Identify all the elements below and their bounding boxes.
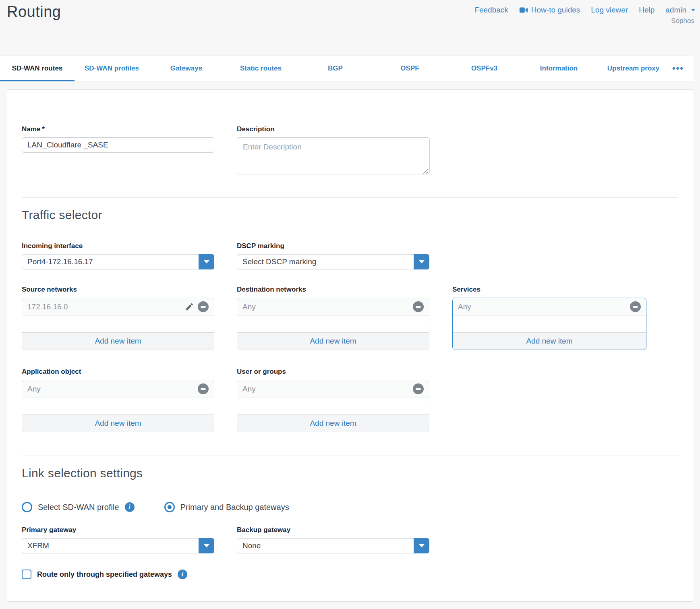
- backup-gateway-label: Backup gateway: [237, 526, 430, 534]
- remove-icon[interactable]: [198, 301, 209, 312]
- list-item: Any: [237, 298, 429, 316]
- required-asterisk: *: [42, 125, 45, 133]
- edit-icon[interactable]: [185, 302, 194, 311]
- dscp-marking-group: DSCP marking Select DSCP marking: [237, 242, 430, 269]
- tab-information[interactable]: Information: [522, 56, 596, 81]
- remove-icon[interactable]: [413, 383, 424, 394]
- select-sd-wan-profile-radio-label[interactable]: Select SD-WAN profile: [38, 503, 119, 512]
- source-networks-label: Source networks: [22, 286, 214, 294]
- source-networks-group: Source networks 172.16.16.0 Add new item: [22, 286, 214, 350]
- backup-gateway-select[interactable]: None: [237, 538, 429, 553]
- list-empty-space: [237, 398, 429, 414]
- primary-gateway-label: Primary gateway: [22, 526, 214, 534]
- description-textarea[interactable]: [237, 137, 430, 174]
- dscp-marking-label: DSCP marking: [237, 242, 430, 250]
- dropdown-arrow-icon[interactable]: [414, 254, 429, 269]
- application-object-add-button[interactable]: Add new item: [22, 414, 214, 432]
- incoming-interface-label: Incoming interface: [22, 242, 214, 250]
- traffic-selector-heading: Traffic selector: [22, 208, 678, 222]
- brand-label: Sophos: [671, 17, 694, 25]
- sd-wan-route-form: Name* Description Traffic selector Incom…: [7, 89, 693, 602]
- incoming-interface-group: Incoming interface Port4-172.16.16.17: [22, 242, 214, 269]
- dropdown-arrow-icon[interactable]: [199, 254, 214, 269]
- primary-backup-gateways-radio-label[interactable]: Primary and Backup gateways: [180, 503, 289, 512]
- video-camera-icon: [519, 7, 528, 13]
- page-title: Routing: [7, 3, 61, 21]
- services-group: Services Any Add new item: [452, 286, 646, 350]
- primary-backup-gateways-radio[interactable]: [164, 502, 175, 512]
- backup-gateway-group: Backup gateway None: [237, 526, 430, 553]
- tab-sd-wan-routes[interactable]: SD-WAN routes: [0, 56, 75, 81]
- destination-networks-group: Destination networks Any Add new item: [237, 286, 430, 350]
- feedback-link[interactable]: Feedback: [474, 6, 508, 14]
- route-only-checkbox-label[interactable]: Route only through specified gateways: [37, 570, 172, 579]
- list-empty-space: [237, 316, 429, 332]
- page-header: Routing Feedback How-to guides Log viewe…: [0, 0, 700, 56]
- name-label: Name*: [22, 125, 214, 133]
- destination-networks-box: Any Add new item: [237, 298, 429, 350]
- list-empty-space: [22, 398, 214, 414]
- destination-networks-add-button[interactable]: Add new item: [237, 332, 429, 350]
- help-link[interactable]: Help: [639, 6, 654, 14]
- link-selection-radio-group: Select SD-WAN profile i Primary and Back…: [22, 502, 678, 512]
- primary-gateway-select[interactable]: XFRM: [22, 538, 214, 553]
- tab-upstream-proxy[interactable]: Upstream proxy: [596, 56, 671, 81]
- dropdown-arrow-icon[interactable]: [414, 538, 429, 553]
- howto-guides-link[interactable]: How-to guides: [519, 6, 580, 14]
- tab-bar: SD-WAN routes SD-WAN profiles Gateways S…: [0, 56, 693, 81]
- name-input[interactable]: [22, 137, 214, 153]
- description-field-group: Description: [237, 125, 430, 176]
- services-add-button[interactable]: Add new item: [453, 332, 646, 350]
- user-or-groups-box: Any Add new item: [237, 380, 429, 432]
- select-sd-wan-profile-radio[interactable]: [22, 502, 32, 512]
- source-networks-box: 172.16.16.0 Add new item: [22, 298, 214, 350]
- dropdown-arrow-icon[interactable]: [199, 538, 214, 553]
- list-item: Any: [453, 298, 646, 316]
- user-or-groups-label: User or groups: [237, 368, 430, 376]
- destination-networks-label: Destination networks: [237, 286, 430, 294]
- link-selection-heading: Link selection settings: [22, 466, 678, 480]
- application-object-box: Any Add new item: [22, 380, 214, 432]
- chevron-down-icon: [691, 9, 695, 11]
- user-or-groups-add-button[interactable]: Add new item: [237, 414, 429, 432]
- section-divider: [22, 456, 678, 456]
- description-label: Description: [237, 125, 430, 133]
- list-item: Any: [237, 380, 429, 398]
- more-tabs-icon[interactable]: •••: [672, 56, 684, 81]
- remove-icon[interactable]: [198, 383, 209, 394]
- section-divider: [22, 197, 678, 198]
- route-only-row: Route only through specified gateways i: [22, 570, 678, 579]
- application-object-group: Application object Any Add new item: [22, 368, 214, 432]
- log-viewer-link[interactable]: Log viewer: [591, 6, 628, 14]
- remove-icon[interactable]: [630, 301, 641, 312]
- source-networks-add-button[interactable]: Add new item: [22, 332, 214, 350]
- tab-gateways[interactable]: Gateways: [149, 56, 224, 81]
- header-links: Feedback How-to guides Log viewer Help a…: [474, 6, 695, 14]
- admin-menu[interactable]: admin: [665, 6, 695, 14]
- services-box: Any Add new item: [452, 298, 646, 350]
- info-icon[interactable]: i: [125, 502, 135, 512]
- incoming-interface-select[interactable]: Port4-172.16.16.17: [22, 254, 214, 269]
- user-or-groups-group: User or groups Any Add new item: [237, 368, 430, 432]
- name-field-group: Name*: [22, 125, 214, 153]
- list-empty-space: [22, 316, 214, 332]
- list-empty-space: [453, 316, 646, 332]
- list-item: 172.16.16.0: [22, 298, 214, 316]
- tab-bgp[interactable]: BGP: [298, 56, 373, 81]
- primary-gateway-group: Primary gateway XFRM: [22, 526, 214, 553]
- services-label: Services: [452, 286, 646, 294]
- dscp-marking-select[interactable]: Select DSCP marking: [237, 254, 429, 269]
- route-only-checkbox[interactable]: [22, 570, 31, 579]
- tab-static-routes[interactable]: Static routes: [224, 56, 298, 81]
- tab-sd-wan-profiles[interactable]: SD-WAN profiles: [75, 56, 149, 81]
- list-item: Any: [22, 380, 214, 398]
- tab-ospfv3[interactable]: OSPFv3: [447, 56, 522, 81]
- info-icon[interactable]: i: [178, 570, 187, 579]
- application-object-label: Application object: [22, 368, 214, 376]
- tab-ospf[interactable]: OSPF: [373, 56, 447, 81]
- remove-icon[interactable]: [413, 301, 424, 312]
